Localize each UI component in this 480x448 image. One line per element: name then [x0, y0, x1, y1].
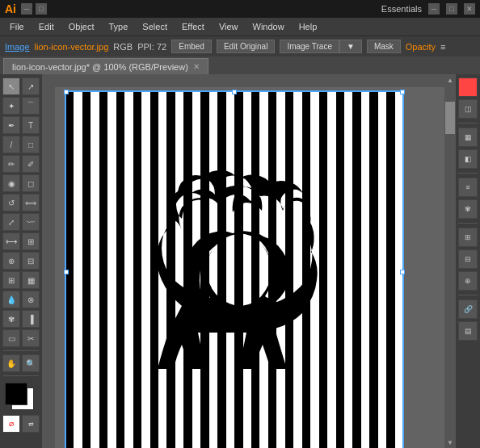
document-tab[interactable]: lion-icon-vector.jpg* @ 100% (RGB/Previe…: [3, 58, 208, 74]
image-trace-dropdown[interactable]: Image Trace ▼: [280, 40, 362, 53]
symbol-sprayer-tool[interactable]: ✾: [2, 310, 20, 328]
edit-original-button[interactable]: Edit Original: [217, 40, 275, 53]
tool-row-blob: ◉ ◻: [2, 174, 40, 192]
image-label[interactable]: Image: [5, 42, 30, 52]
brushes-panel-button[interactable]: ≡: [458, 178, 478, 197]
lion-silhouette: [105, 159, 364, 385]
ruler-horizontal: [42, 74, 444, 87]
filename-label[interactable]: lion-icon-vector.jpg: [35, 42, 109, 52]
menu-window[interactable]: Window: [246, 20, 291, 33]
transparency-panel-button[interactable]: ◧: [458, 149, 478, 169]
swap-colors[interactable]: ⇄: [22, 415, 40, 433]
tool-row-magic: ✦ ⌒: [2, 97, 40, 115]
menu-select[interactable]: Select: [136, 20, 174, 33]
stripe-2: [82, 91, 91, 448]
mesh-tool[interactable]: ⊞: [2, 271, 20, 289]
right-panel: ◫ ▦ ◧ ≡ ✾ ⊞ ⊟ ⊕ 🔗 ▤: [456, 74, 480, 448]
menu-effect[interactable]: Effect: [175, 20, 211, 33]
pencil-tool[interactable]: ✐: [22, 155, 40, 173]
pen-tool[interactable]: ✒: [2, 116, 20, 134]
line-tool[interactable]: /: [2, 136, 20, 153]
eraser-tool[interactable]: ◻: [22, 174, 40, 192]
panel-separator-4: [458, 295, 478, 295]
color-swatch-area[interactable]: [3, 383, 39, 412]
properties-bar: Image lion-icon-vector.jpg RGB PPI: 72 E…: [0, 36, 480, 57]
layers-panel-button[interactable]: ▤: [458, 321, 478, 341]
canvas-image: [65, 91, 403, 448]
menu-edit[interactable]: Edit: [32, 20, 61, 33]
gradient-panel-button[interactable]: ▦: [458, 128, 478, 147]
scroll-down-button[interactable]: ▼: [444, 437, 456, 448]
mask-button[interactable]: Mask: [367, 40, 401, 53]
scrollbar-vertical[interactable]: ▲ ▼: [444, 74, 456, 448]
transform-panel-button[interactable]: ⊟: [458, 249, 478, 269]
links-panel-button[interactable]: 🔗: [458, 299, 478, 319]
shape-builder-tool[interactable]: ⊕: [2, 252, 20, 270]
maximize-button[interactable]: □: [36, 3, 47, 15]
stripe-38: [386, 91, 394, 448]
gradient-tool[interactable]: ▦: [22, 271, 40, 289]
window-maximize-button[interactable]: □: [446, 3, 457, 15]
pathfinder-panel-button[interactable]: ⊕: [458, 271, 478, 291]
stroke-panel-button[interactable]: ◫: [458, 99, 478, 119]
tool-row-eyedrop: 💧 ⊗: [2, 291, 40, 308]
width-tool[interactable]: ⟷: [2, 232, 20, 250]
hand-tool[interactable]: ✋: [2, 354, 20, 372]
color-panel-button[interactable]: [458, 77, 478, 97]
align-panel-button[interactable]: ⊞: [458, 228, 478, 247]
foreground-color-swatch[interactable]: [5, 383, 27, 405]
artboard-tool[interactable]: ▭: [2, 329, 20, 347]
slice-tool[interactable]: ✂: [22, 329, 40, 347]
window-close-button[interactable]: ✕: [464, 3, 475, 15]
lasso-tool[interactable]: ⌒: [22, 97, 40, 115]
title-controls[interactable]: ─ □: [21, 3, 47, 15]
opacity-label[interactable]: Opacity: [406, 42, 436, 52]
tool-separator-1: [3, 350, 39, 351]
none-swatch[interactable]: Ø: [2, 415, 20, 433]
rotate-tool[interactable]: ↺: [2, 194, 20, 211]
paintbrush-tool[interactable]: ✏: [2, 155, 20, 173]
image-trace-arrow[interactable]: ▼: [339, 40, 362, 53]
image-trace-button[interactable]: Image Trace: [280, 40, 339, 53]
tool-row-artboard: ▭ ✂: [2, 329, 40, 347]
graph-tool[interactable]: ▐: [22, 310, 40, 328]
selection-tool[interactable]: ↖: [2, 77, 20, 95]
menu-view[interactable]: View: [213, 20, 245, 33]
menu-type[interactable]: Type: [103, 20, 135, 33]
scroll-thumb[interactable]: [445, 102, 455, 134]
rgb-label: RGB: [113, 42, 133, 52]
tool-row-line: / □: [2, 136, 40, 153]
document-canvas: [65, 90, 404, 448]
type-tool[interactable]: T: [22, 116, 40, 134]
tool-row-pen: ✒ T: [2, 116, 40, 134]
warp-tool[interactable]: 〰: [22, 213, 40, 231]
free-transform-tool[interactable]: ⊞: [22, 232, 40, 250]
canvas-area[interactable]: ▲ ▼: [42, 74, 456, 448]
essentials-label: Essentials: [381, 4, 422, 14]
perspective-tool[interactable]: ⊟: [22, 252, 40, 270]
zoom-tool[interactable]: 🔍: [22, 354, 40, 372]
tab-close-button[interactable]: ✕: [193, 62, 200, 71]
panel-separator-3: [458, 223, 478, 224]
blob-brush-tool[interactable]: ◉: [2, 174, 20, 192]
reflect-tool[interactable]: ⟺: [22, 194, 40, 211]
magic-wand-tool[interactable]: ✦: [2, 97, 20, 115]
blend-tool[interactable]: ⊗: [22, 291, 40, 308]
menu-help[interactable]: Help: [293, 20, 324, 33]
menu-file[interactable]: File: [3, 20, 31, 33]
scale-tool[interactable]: ⤢: [2, 213, 20, 231]
direct-selection-tool[interactable]: ↗: [22, 77, 40, 95]
minimize-button[interactable]: ─: [21, 3, 32, 15]
stripe-1: [74, 91, 82, 448]
title-bar-left: Ai ─ □: [5, 2, 47, 15]
embed-button[interactable]: Embed: [171, 40, 212, 53]
symbols-panel-button[interactable]: ✾: [458, 199, 478, 219]
stripe-37: [378, 91, 386, 448]
settings-icon[interactable]: ≡: [440, 42, 445, 52]
title-bar: Ai ─ □ Essentials ─ □ ✕: [0, 0, 480, 18]
scroll-up-button[interactable]: ▲: [444, 74, 456, 86]
window-minimize-button[interactable]: ─: [428, 3, 440, 15]
rectangle-tool[interactable]: □: [22, 136, 40, 153]
menu-object[interactable]: Object: [62, 20, 101, 33]
eyedropper-tool[interactable]: 💧: [2, 291, 20, 308]
